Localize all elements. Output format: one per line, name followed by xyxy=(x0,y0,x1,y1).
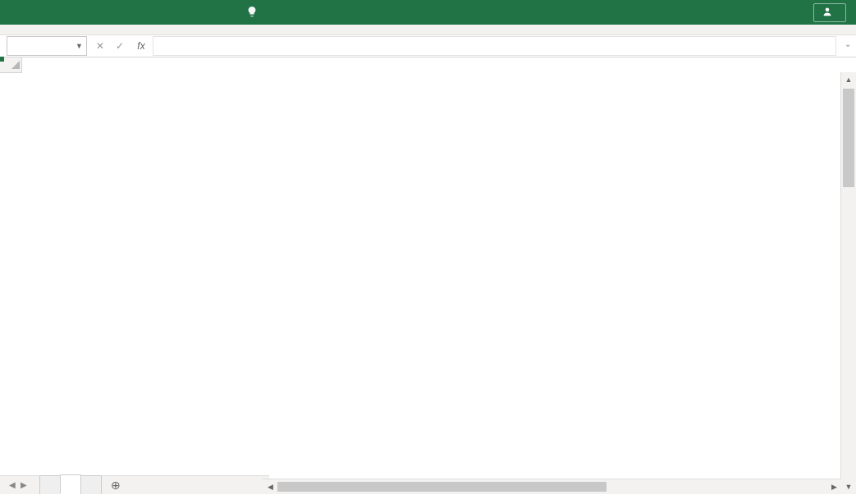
tell-me[interactable] xyxy=(235,6,274,20)
name-box[interactable]: ▼ xyxy=(7,36,87,56)
sheet-tab[interactable] xyxy=(60,474,81,494)
sheet-tab[interactable] xyxy=(80,475,102,494)
expand-formula-icon[interactable]: ⌄ xyxy=(845,39,851,48)
formula-bar: ▼ ✕ ✓ fx ⌄ xyxy=(0,35,856,57)
scroll-track[interactable] xyxy=(277,481,826,493)
share-button[interactable] xyxy=(813,3,846,22)
cancel-icon[interactable]: ✕ xyxy=(90,40,110,52)
scroll-thumb[interactable] xyxy=(277,482,607,492)
scroll-right-icon[interactable]: ▶ xyxy=(826,483,841,491)
add-sheet-button[interactable]: ⊕ xyxy=(101,476,130,494)
scroll-track[interactable] xyxy=(841,87,856,479)
fx-icon[interactable]: fx xyxy=(130,40,153,52)
svg-point-0 xyxy=(826,7,830,11)
sheet-tab[interactable] xyxy=(39,475,61,494)
scroll-left-icon[interactable]: ◀ xyxy=(263,483,277,491)
scroll-down-icon[interactable]: ▼ xyxy=(841,479,856,494)
formula-input[interactable] xyxy=(153,36,836,56)
worksheet-grid: ▲ ▼ ◀ ▶ ⊕ ◀ ▶ xyxy=(0,57,856,494)
check-icon[interactable]: ✓ xyxy=(110,40,130,52)
scroll-thumb[interactable] xyxy=(843,89,854,187)
sheet-tab-bar: ◀ ▶ ⊕ xyxy=(0,475,269,494)
person-icon xyxy=(822,7,832,19)
vertical-scrollbar[interactable]: ▲ ▼ xyxy=(840,72,856,494)
ribbon-collapse-bar xyxy=(0,25,856,35)
scroll-up-icon[interactable]: ▲ xyxy=(841,72,856,87)
lightbulb-icon xyxy=(246,6,258,20)
column-headers xyxy=(0,57,22,73)
chevron-down-icon[interactable]: ▼ xyxy=(76,42,83,50)
tab-nav-next-icon[interactable]: ▶ xyxy=(18,476,30,494)
tab-nav-prev-icon[interactable]: ◀ xyxy=(7,476,18,494)
ribbon xyxy=(0,0,856,25)
horizontal-scrollbar[interactable]: ◀ ▶ xyxy=(263,479,841,494)
select-all-corner[interactable] xyxy=(0,57,22,72)
